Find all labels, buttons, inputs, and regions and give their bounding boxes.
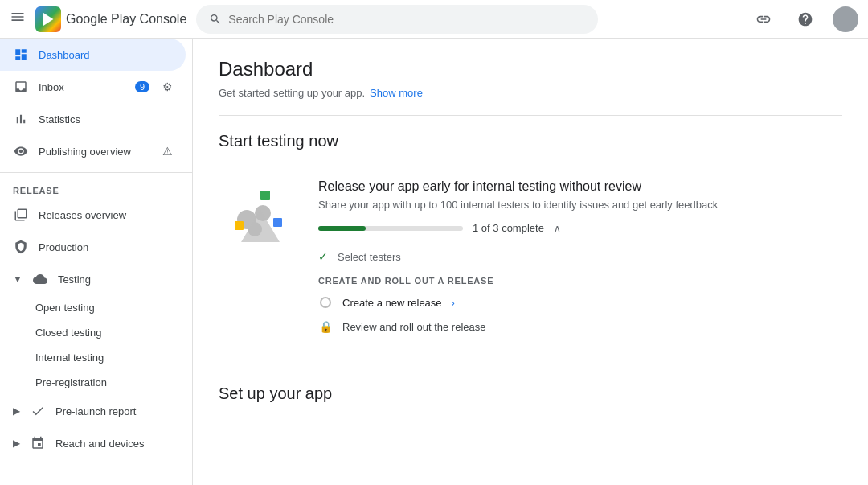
lock-icon: 🔒: [319, 320, 333, 333]
reach-icon: [30, 435, 46, 451]
start-testing-title: Start testing now: [219, 132, 842, 150]
sidebar-item-closed-testing[interactable]: Closed testing: [0, 320, 186, 345]
app-logo: Google Play Console: [35, 6, 186, 32]
divider-1: [219, 115, 842, 116]
inbox-icon: [13, 79, 29, 95]
svg-rect-6: [235, 221, 244, 230]
cta-lock-icon: 🔒: [318, 319, 333, 334]
sidebar-item-pre-launch-report[interactable]: ▶ Pre-launch report: [0, 395, 186, 427]
topbar-actions: [749, 5, 858, 34]
production-icon: [13, 239, 29, 255]
releases-overview-label: Releases overview: [39, 209, 126, 221]
pre-launch-icon: [30, 403, 46, 419]
divider-2: [219, 368, 842, 368]
progress-bar-fill: [318, 226, 366, 231]
inbox-settings-icon: ⚙: [162, 80, 173, 93]
help-icon-button[interactable]: [791, 5, 820, 34]
cta-1-label: Create a new release: [342, 297, 442, 309]
search-input[interactable]: [228, 13, 585, 26]
sidebar: Dashboard Inbox 9 ⚙ Statistics Publishin…: [0, 39, 193, 485]
setup-title: Set up your app: [219, 384, 842, 403]
cta-2-label: Review and roll out the release: [342, 321, 486, 333]
subtitle-text: Get started setting up your app.: [219, 87, 365, 99]
cta-review-release: 🔒 Review and roll out the release: [318, 314, 842, 339]
testing-card: Release your app early for internal test…: [219, 166, 842, 351]
publishing-overview-label: Publishing overview: [39, 146, 131, 158]
internal-testing-label: Internal testing: [35, 351, 104, 364]
pre-launch-report-label: Pre-launch report: [55, 405, 136, 417]
statistics-icon: [13, 111, 29, 127]
reach-expand-icon: ▶: [13, 438, 20, 449]
dashboard-icon: [13, 47, 29, 63]
cta-1-arrow: ›: [452, 297, 455, 309]
step-1: ✓ Select testers: [318, 245, 842, 268]
sidebar-item-inbox[interactable]: Inbox 9 ⚙: [0, 71, 186, 103]
cta-section-label: CREATE AND ROLL OUT A RELEASE: [318, 276, 842, 286]
page-subtitle: Get started setting up your app. Show mo…: [219, 87, 842, 99]
pre-registration-label: Pre-registration: [35, 376, 107, 388]
sidebar-item-internal-testing[interactable]: Internal testing: [0, 345, 186, 370]
user-avatar[interactable]: [833, 6, 858, 32]
testing-expand-icon: ▼: [13, 273, 23, 285]
main-content: Dashboard Get started setting up your ap…: [193, 39, 868, 485]
production-label: Production: [39, 241, 88, 253]
publishing-alert-icon: ⚠: [162, 145, 173, 158]
closed-testing-label: Closed testing: [35, 327, 101, 339]
sidebar-item-testing[interactable]: ▼ Testing: [0, 263, 186, 295]
testing-label: Testing: [58, 273, 91, 286]
svg-marker-0: [43, 12, 54, 26]
menu-icon[interactable]: [10, 9, 26, 29]
logo-image: [35, 6, 61, 32]
sidebar-item-statistics[interactable]: Statistics: [0, 103, 186, 135]
sidebar-item-production[interactable]: Production: [0, 231, 186, 263]
publishing-icon: [13, 143, 29, 159]
svg-rect-5: [260, 191, 270, 200]
circle-indicator: [320, 297, 331, 308]
testing-icon: [32, 271, 48, 287]
releases-icon: [13, 207, 29, 223]
sidebar-item-open-testing[interactable]: Open testing: [0, 295, 186, 320]
cta-circle-icon: [318, 295, 333, 310]
sidebar-item-releases-overview[interactable]: Releases overview: [0, 199, 186, 231]
statistics-label: Statistics: [39, 113, 80, 125]
progress-bar-bg: [318, 226, 463, 231]
testing-card-body: Release your app early for internal test…: [318, 179, 842, 339]
app-name: Google Play Console: [66, 12, 186, 27]
dashboard-label: Dashboard: [39, 49, 90, 61]
sidebar-item-reach-devices[interactable]: ▶ Reach and devices: [0, 427, 186, 459]
inbox-label: Inbox: [39, 81, 64, 93]
sidebar-item-publishing-overview[interactable]: Publishing overview ⚠: [0, 135, 186, 167]
svg-rect-7: [273, 218, 282, 227]
progress-label: 1 of 3 complete: [473, 222, 544, 234]
link-icon-button[interactable]: [749, 5, 778, 34]
show-more-link[interactable]: Show more: [370, 87, 423, 99]
release-section-label: Release: [0, 178, 192, 199]
card-title: Release your app early for internal test…: [318, 179, 842, 194]
topbar: Google Play Console: [0, 0, 868, 39]
step-check-icon: ✓: [318, 250, 328, 263]
card-desc: Share your app with up to 100 internal t…: [318, 199, 842, 211]
sidebar-item-pre-registration[interactable]: Pre-registration: [0, 370, 186, 395]
cta-create-release[interactable]: Create a new release ›: [318, 290, 842, 314]
progress-chevron-icon[interactable]: ∧: [554, 223, 561, 234]
sidebar-item-dashboard[interactable]: Dashboard: [0, 39, 186, 71]
progress-row: 1 of 3 complete ∧: [318, 222, 842, 234]
page-title: Dashboard: [219, 58, 842, 80]
inbox-badge: 9: [135, 81, 149, 92]
step-1-label: Select testers: [338, 251, 401, 263]
sidebar-divider-1: [0, 172, 192, 173]
search-icon: [209, 13, 222, 26]
search-bar[interactable]: [196, 5, 598, 34]
body-layout: Dashboard Inbox 9 ⚙ Statistics Publishin…: [0, 39, 868, 485]
open-testing-label: Open testing: [35, 302, 95, 314]
reach-devices-label: Reach and devices: [55, 438, 145, 450]
pre-launch-expand-icon: ▶: [13, 405, 20, 417]
testing-illustration: [219, 179, 299, 252]
